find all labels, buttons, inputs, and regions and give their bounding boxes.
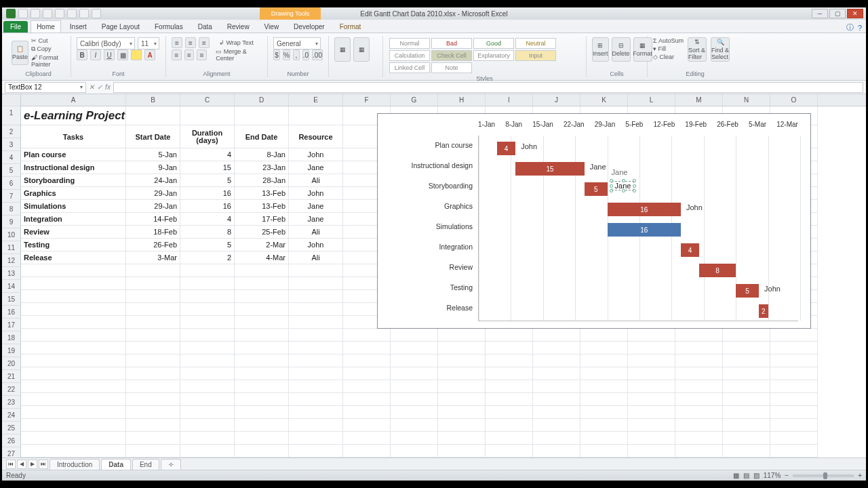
col-header-F[interactable]: F — [343, 94, 391, 106]
percent-button[interactable]: % — [283, 49, 290, 60]
col-header-I[interactable]: I — [486, 94, 533, 106]
align-left[interactable]: ≡ — [172, 49, 182, 60]
wrap-text-button[interactable]: ↲ Wrap Text — [219, 39, 254, 46]
tab-page-layout[interactable]: Page Layout — [96, 20, 146, 33]
gantt-bar[interactable]: 2 — [759, 304, 768, 318]
view-break-icon[interactable]: ▧ — [753, 472, 760, 479]
row-header-22[interactable]: 22 — [2, 383, 20, 396]
gantt-bar[interactable]: 4 — [497, 142, 515, 155]
row-header-21[interactable]: 21 — [2, 370, 20, 383]
fill-color-button[interactable] — [131, 49, 142, 60]
style-note[interactable]: Note — [431, 62, 472, 73]
inc-dec-button[interactable]: .0 — [302, 49, 309, 60]
border-button[interactable]: ▦ — [117, 49, 128, 60]
row-header-10[interactable]: 10 — [2, 228, 20, 241]
style-explan[interactable]: Explanatory — [473, 50, 514, 61]
gantt-bar[interactable]: 16 — [608, 203, 681, 216]
row-header-24[interactable]: 24 — [2, 409, 20, 422]
col-header-C[interactable]: C — [180, 94, 235, 106]
row-header-23[interactable]: 23 — [2, 396, 20, 409]
tab-data[interactable]: Data — [192, 20, 218, 33]
tab-review[interactable]: Review — [221, 20, 256, 33]
sheet-nav-next[interactable]: ▶ — [28, 460, 37, 469]
align-bot[interactable]: ≡ — [199, 37, 210, 48]
row-header-6[interactable]: 6 — [2, 177, 20, 190]
col-header-E[interactable]: E — [289, 94, 343, 106]
row-header-11[interactable]: 11 — [2, 241, 20, 254]
style-input[interactable]: Input — [515, 50, 556, 61]
row-header-25[interactable]: 25 — [2, 422, 20, 434]
autosum-button[interactable]: Σ AutoSum — [653, 37, 684, 44]
gantt-bar[interactable]: 5 — [736, 284, 759, 298]
style-neutral[interactable]: Neutral — [515, 38, 556, 49]
row-header-16[interactable]: 16 — [2, 306, 20, 319]
view-layout-icon[interactable]: ▤ — [743, 472, 749, 479]
sheet-nav-prev[interactable]: ◀ — [17, 460, 26, 469]
font-size-select[interactable]: 11 — [138, 37, 159, 49]
tab-home[interactable]: Home — [31, 20, 61, 33]
gantt-bar[interactable]: 15 — [515, 162, 585, 176]
sort-filter-button[interactable]: ⇅Sort & Filter — [688, 37, 707, 62]
cut-button[interactable]: ✂ Cut — [31, 37, 65, 44]
format-table-button[interactable]: ▦ — [353, 37, 370, 62]
dec-dec-button[interactable]: .00 — [312, 49, 323, 60]
paste-button[interactable]: 📋Paste — [12, 41, 28, 65]
italic-button[interactable]: I — [90, 49, 101, 60]
tab-developer[interactable]: Developer — [288, 20, 331, 33]
col-header-N[interactable]: N — [723, 94, 770, 106]
name-box[interactable]: TextBox 12▾ — [5, 82, 86, 93]
sheet-tab[interactable]: End — [132, 459, 159, 470]
minimize-ribbon-icon[interactable]: ⓘ — [846, 22, 854, 33]
row-header-4[interactable]: 4 — [2, 151, 20, 164]
align-mid[interactable]: ≡ — [185, 37, 196, 48]
formula-input[interactable] — [113, 82, 863, 93]
gantt-bar[interactable]: 5 — [585, 182, 608, 196]
align-top[interactable]: ≡ — [172, 37, 182, 48]
col-header-B[interactable]: B — [126, 94, 180, 106]
col-header-M[interactable]: M — [675, 94, 723, 106]
underline-button[interactable]: U — [104, 49, 115, 60]
row-header-5[interactable]: 5 — [2, 164, 20, 177]
fill-button[interactable]: ▾ Fill — [653, 45, 684, 52]
fx-icon[interactable]: fx — [105, 83, 111, 91]
sheet-nav-last[interactable]: ⏭ — [39, 460, 48, 469]
row-header-27[interactable]: 27 — [2, 447, 20, 458]
number-format-select[interactable]: General — [273, 37, 321, 49]
row-header-1[interactable]: 1 — [2, 106, 20, 125]
copy-button[interactable]: ⧉ Copy — [31, 45, 65, 53]
style-normal[interactable]: Normal — [389, 38, 430, 49]
zoom-in-button[interactable]: + — [858, 472, 862, 479]
style-calc[interactable]: Calculation — [389, 50, 430, 61]
col-header-A[interactable]: A — [21, 94, 126, 106]
row-header-12[interactable]: 12 — [2, 254, 20, 267]
insert-sheet-button[interactable]: ✧ — [161, 459, 181, 470]
enter-icon[interactable]: ✓ — [97, 83, 102, 91]
bold-button[interactable]: B — [77, 49, 87, 60]
row-header-3[interactable]: 3 — [2, 138, 20, 151]
col-header-K[interactable]: K — [580, 94, 628, 106]
merge-center-button[interactable]: ▭ Merge & Center — [216, 48, 262, 62]
row-header-2[interactable]: 2 — [2, 125, 20, 138]
align-center[interactable]: ≡ — [184, 49, 195, 60]
row-header-8[interactable]: 8 — [2, 203, 20, 216]
currency-button[interactable]: $ — [273, 49, 280, 60]
col-header-D[interactable]: D — [235, 94, 289, 106]
font-color-button[interactable]: A — [144, 49, 155, 60]
tab-format[interactable]: Format — [334, 20, 368, 33]
col-header-O[interactable]: O — [770, 94, 818, 106]
font-family-select[interactable]: Calibri (Body) — [77, 37, 135, 49]
sheet-nav-first[interactable]: ⏮ — [6, 460, 16, 469]
find-select-button[interactable]: 🔍Find & Select — [711, 37, 730, 62]
gantt-bar[interactable]: 4 — [681, 243, 699, 257]
row-header-15[interactable]: 15 — [2, 293, 20, 306]
align-right[interactable]: ≡ — [197, 49, 207, 60]
col-header-H[interactable]: H — [438, 94, 486, 106]
format-painter-button[interactable]: 🖌 Format Painter — [31, 54, 65, 68]
row-header-19[interactable]: 19 — [2, 344, 20, 357]
row-header-18[interactable]: 18 — [2, 331, 20, 344]
clear-button[interactable]: ◇ Clear — [653, 54, 684, 60]
style-bad[interactable]: Bad — [431, 38, 472, 49]
row-header-13[interactable]: 13 — [2, 267, 20, 280]
comma-button[interactable]: , — [293, 49, 300, 60]
col-header-J[interactable]: J — [533, 94, 580, 106]
